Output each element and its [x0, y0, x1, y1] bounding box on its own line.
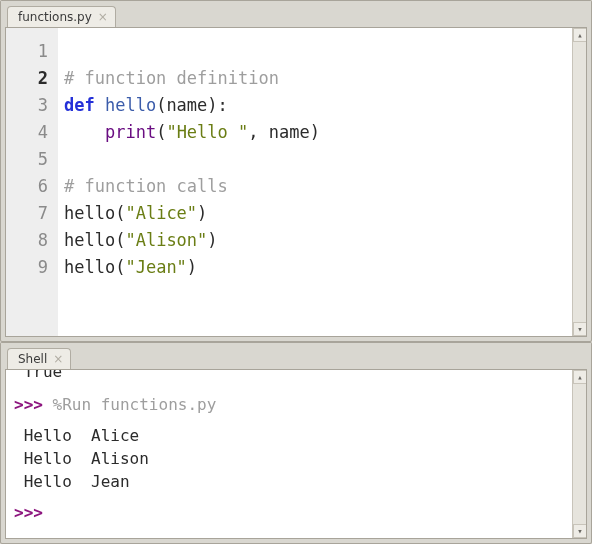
scroll-down-icon[interactable]: ▾ [573, 322, 587, 336]
shell-tab-label: Shell [18, 352, 47, 366]
code-line[interactable]: print("Hello ", name) [64, 119, 566, 146]
editor-tabbar: functions.py × [1, 1, 591, 27]
editor-pane: functions.py × 123456789 # function defi… [0, 0, 592, 342]
line-number: 3 [6, 92, 48, 119]
line-number: 7 [6, 200, 48, 227]
line-number-gutter: 123456789 [6, 28, 58, 336]
shell-tab[interactable]: Shell × [7, 348, 71, 369]
code-line[interactable] [64, 146, 566, 173]
scroll-up-icon[interactable]: ▴ [573, 28, 587, 42]
line-number: 4 [6, 119, 48, 146]
code-line[interactable]: # function calls [64, 173, 566, 200]
scroll-down-icon[interactable]: ▾ [573, 524, 587, 538]
shell-scrollbar[interactable]: ▴ ▾ [572, 370, 586, 538]
shell-output-line: Hello Alice [14, 424, 564, 447]
shell-prompt: >>> [14, 503, 53, 522]
code-line[interactable]: hello("Jean") [64, 254, 566, 281]
code-line[interactable]: # function definition [64, 65, 566, 92]
line-number: 5 [6, 146, 48, 173]
line-number: 2 [6, 65, 48, 92]
line-number: 9 [6, 254, 48, 281]
shell-area[interactable]: True >>> %Run functions.py Hello Alice H… [6, 370, 572, 538]
editor-tab-label: functions.py [18, 10, 92, 24]
code-line[interactable]: hello("Alison") [64, 227, 566, 254]
shell-prompt-line[interactable]: >>> [14, 501, 564, 524]
code-line[interactable]: hello("Alice") [64, 200, 566, 227]
close-icon[interactable]: × [98, 11, 108, 23]
shell-output-line: Hello Jean [14, 470, 564, 493]
shell-command-line: >>> %Run functions.py [14, 393, 564, 416]
scroll-up-icon[interactable]: ▴ [573, 370, 587, 384]
shell-output-line: True [14, 370, 564, 383]
shell-tabbar: Shell × [1, 343, 591, 369]
shell-content: True >>> %Run functions.py Hello Alice H… [5, 369, 587, 539]
editor-scrollbar[interactable]: ▴ ▾ [572, 28, 586, 336]
line-number: 6 [6, 173, 48, 200]
code-line[interactable]: def hello(name): [64, 92, 566, 119]
shell-output-line: Hello Alison [14, 447, 564, 470]
line-number: 1 [6, 38, 48, 65]
code-line[interactable] [64, 38, 566, 65]
close-icon[interactable]: × [53, 353, 63, 365]
shell-pane: Shell × True >>> %Run functions.py Hello… [0, 342, 592, 544]
editor-content: 123456789 # function definitiondef hello… [5, 27, 587, 337]
code-area[interactable]: # function definitiondef hello(name): pr… [58, 28, 572, 336]
line-number: 8 [6, 227, 48, 254]
editor-tab-functions[interactable]: functions.py × [7, 6, 116, 27]
